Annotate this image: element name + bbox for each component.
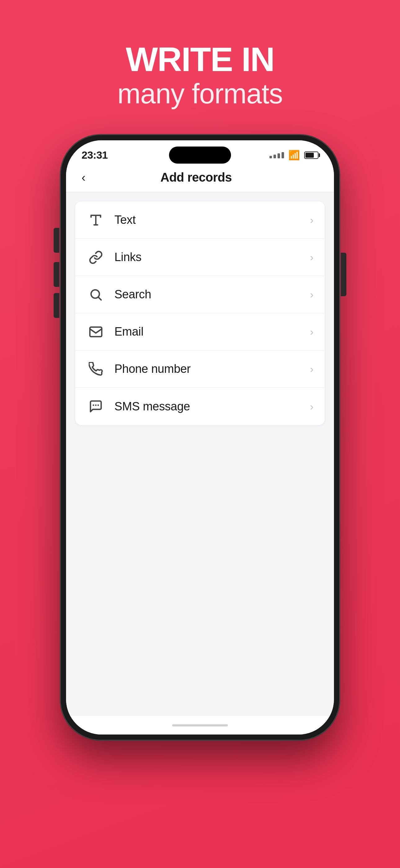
menu-label-text: Text [114, 213, 310, 227]
wifi-icon: 📶 [288, 150, 300, 160]
chevron-icon: › [310, 363, 313, 375]
chevron-icon: › [310, 326, 313, 338]
search-icon [87, 285, 105, 304]
nav-bar: ‹ Add records [66, 164, 334, 192]
sms-icon [87, 397, 105, 416]
menu-item-text[interactable]: Text › [75, 202, 325, 239]
menu-label-sms: SMS message [114, 400, 310, 413]
text-icon [87, 211, 105, 229]
chevron-icon: › [310, 214, 313, 226]
phone-icon [87, 360, 105, 378]
content-area: Text › Links › [66, 192, 334, 716]
status-bar: 23:31 📶 [66, 140, 334, 164]
phone-screen: 23:31 📶 ‹ Add records [66, 140, 334, 735]
signal-icon [269, 152, 284, 158]
chevron-icon: › [310, 400, 313, 412]
page-header: WRITE IN many formats [117, 40, 282, 110]
svg-rect-1 [90, 327, 102, 337]
menu-label-search: Search [114, 288, 310, 301]
dynamic-island [169, 147, 231, 164]
menu-label-email: Email [114, 325, 310, 338]
headline: WRITE IN [117, 40, 282, 78]
battery-icon [304, 152, 319, 159]
link-icon [87, 248, 105, 267]
menu-item-phone[interactable]: Phone number › [75, 350, 325, 388]
nav-title: Add records [86, 170, 307, 184]
menu-label-phone: Phone number [114, 362, 310, 376]
menu-list: Text › Links › [75, 202, 325, 425]
status-time: 23:31 [81, 149, 108, 161]
menu-item-search[interactable]: Search › [75, 276, 325, 313]
menu-item-sms[interactable]: SMS message › [75, 388, 325, 425]
phone-frame: 23:31 📶 ‹ Add records [61, 135, 339, 740]
chevron-icon: › [310, 251, 313, 263]
home-bar [172, 724, 228, 726]
email-icon [87, 322, 105, 341]
chevron-icon: › [310, 288, 313, 301]
menu-label-links: Links [114, 251, 310, 264]
back-button[interactable]: ‹ [81, 172, 86, 183]
subheadline: many formats [117, 78, 282, 110]
menu-item-email[interactable]: Email › [75, 313, 325, 350]
menu-item-links[interactable]: Links › [75, 239, 325, 276]
status-icons: 📶 [269, 150, 319, 160]
home-indicator [66, 716, 334, 735]
